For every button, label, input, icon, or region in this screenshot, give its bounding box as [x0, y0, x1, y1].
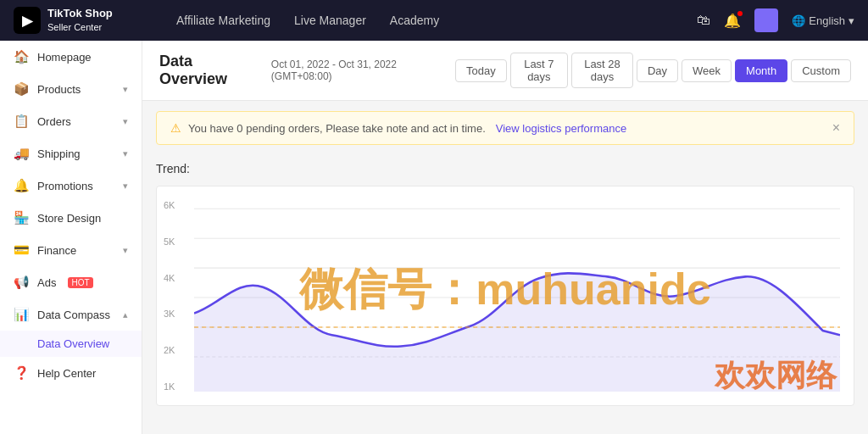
- avatar[interactable]: [754, 8, 778, 32]
- y-label-3k: 3K: [164, 309, 175, 319]
- alert-text: You have 0 pending orders, Please take n…: [188, 122, 486, 135]
- sidebar-label-ads: Ads: [37, 276, 56, 289]
- nav-affiliate-marketing[interactable]: Affiliate Marketing: [176, 14, 270, 27]
- filter-week[interactable]: Week: [682, 59, 732, 82]
- filter-today[interactable]: Today: [455, 59, 507, 82]
- main-content: Data Overview Oct 01, 2022 - Oct 31, 202…: [142, 41, 868, 434]
- hot-badge: HOT: [68, 277, 92, 288]
- homepage-icon: 🏠: [14, 49, 29, 64]
- sidebar-item-finance[interactable]: 💳 Finance ▾: [0, 234, 142, 266]
- sidebar-item-data-compass[interactable]: 📊 Data Compass ▴: [0, 298, 142, 331]
- y-label-6k: 6K: [164, 200, 175, 210]
- nav-live-manager[interactable]: Live Manager: [294, 14, 366, 27]
- sidebar-item-promotions[interactable]: 🔔 Promotions ▾: [0, 170, 142, 202]
- sidebar-label-help-center: Help Center: [37, 367, 96, 380]
- date-range: Oct 01, 2022 - Oct 31, 2022 (GMT+08:00): [271, 58, 442, 82]
- chevron-finance: ▾: [123, 245, 128, 256]
- sidebar-item-homepage[interactable]: 🏠 Homepage: [0, 41, 142, 73]
- filter-last7[interactable]: Last 7 days: [510, 53, 568, 88]
- sidebar-item-ads[interactable]: 📢 Ads HOT: [0, 266, 142, 298]
- sidebar-item-shipping[interactable]: 🚚 Shipping ▾: [0, 137, 142, 170]
- alert-close-button[interactable]: ×: [832, 120, 840, 136]
- chevron-data-compass: ▴: [123, 309, 128, 320]
- shipping-icon: 🚚: [14, 146, 29, 161]
- y-axis-labels: 6K 5K 4K 3K 2K 1K: [164, 200, 175, 392]
- sidebar-item-help-center[interactable]: ❓ Help Center: [0, 357, 142, 389]
- sidebar-label-finance: Finance: [37, 244, 76, 257]
- sidebar-label-orders: Orders: [37, 115, 71, 128]
- chevron-promotions: ▾: [123, 181, 128, 192]
- nav-right-area: 🛍 🔔 🌐 English ▾: [697, 8, 854, 32]
- orders-icon: 📋: [14, 114, 29, 129]
- products-icon: 📦: [14, 81, 29, 97]
- trend-label: Trend:: [156, 155, 854, 179]
- sidebar-label-store-design: Store Design: [37, 212, 101, 225]
- notification-dot: [737, 11, 743, 16]
- sidebar-label-promotions: Promotions: [37, 180, 93, 192]
- chevron-products: ▾: [123, 84, 128, 95]
- chart-container: 6K 5K 4K 3K 2K 1K: [156, 186, 854, 406]
- chevron-shipping: ▾: [123, 148, 128, 159]
- promotions-icon: 🔔: [14, 178, 29, 193]
- tiktok-logo-icon: ▶: [14, 7, 41, 34]
- help-center-icon: ❓: [14, 365, 29, 381]
- sidebar-label-products: Products: [37, 83, 81, 96]
- brand-name: TikTok Shop: [47, 7, 113, 21]
- sidebar-label-homepage: Homepage: [37, 51, 92, 64]
- alert-icon: ⚠: [170, 121, 181, 135]
- content-header: Data Overview Oct 01, 2022 - Oct 31, 202…: [142, 41, 868, 101]
- y-label-1k: 1K: [164, 381, 175, 392]
- brand-sub: Seller Center: [47, 21, 113, 33]
- app-body: 🏠 Homepage 📦 Products ▾ 📋 Orders ▾ 🚚 Shi…: [0, 41, 868, 434]
- notification-icon[interactable]: 🔔: [724, 13, 741, 29]
- y-label-2k: 2K: [164, 345, 175, 355]
- lang-label: English: [809, 14, 845, 27]
- filter-custom[interactable]: Custom: [791, 59, 851, 82]
- sidebar-sub-data-overview[interactable]: Data Overview: [37, 331, 142, 357]
- sidebar: 🏠 Homepage 📦 Products ▾ 📋 Orders ▾ 🚚 Shi…: [0, 41, 142, 434]
- nav-academy[interactable]: Academy: [390, 14, 439, 27]
- sidebar-label-data-compass: Data Compass: [37, 309, 110, 321]
- time-filters: Today Last 7 days Last 28 days Day Week …: [455, 53, 851, 88]
- finance-icon: 💳: [14, 242, 29, 258]
- nav-links: Affiliate Marketing Live Manager Academy: [176, 14, 670, 27]
- data-compass-icon: 📊: [14, 307, 29, 322]
- y-label-4k: 4K: [164, 273, 175, 283]
- filter-month[interactable]: Month: [735, 59, 787, 82]
- language-selector[interactable]: 🌐 English ▾: [792, 14, 854, 27]
- trend-chart-svg: [194, 200, 840, 392]
- filter-day[interactable]: Day: [637, 59, 678, 82]
- store-design-icon: 🏪: [14, 210, 29, 225]
- sidebar-item-store-design[interactable]: 🏪 Store Design: [0, 202, 142, 234]
- alert-bar: ⚠ You have 0 pending orders, Please take…: [156, 111, 854, 145]
- logo-area: ▶ TikTok Shop Seller Center: [14, 7, 149, 34]
- logo-text: TikTok Shop Seller Center: [47, 7, 113, 33]
- alert-link[interactable]: View logistics performance: [496, 122, 626, 135]
- page-title: Data Overview: [159, 53, 254, 88]
- filter-last28[interactable]: Last 28 days: [571, 53, 633, 88]
- ads-icon: 📢: [14, 275, 29, 290]
- sidebar-item-orders[interactable]: 📋 Orders ▾: [0, 105, 142, 137]
- shop-icon[interactable]: 🛍: [697, 13, 710, 28]
- chevron-orders: ▾: [123, 116, 128, 127]
- sidebar-item-products[interactable]: 📦 Products ▾: [0, 73, 142, 105]
- y-label-5k: 5K: [164, 236, 175, 247]
- top-navigation: ▶ TikTok Shop Seller Center Affiliate Ma…: [0, 0, 868, 41]
- chart-section: Trend: 6K 5K 4K 3K 2K 1K: [142, 155, 868, 406]
- sidebar-label-shipping: Shipping: [37, 147, 81, 160]
- data-compass-submenu: Data Overview: [0, 331, 142, 357]
